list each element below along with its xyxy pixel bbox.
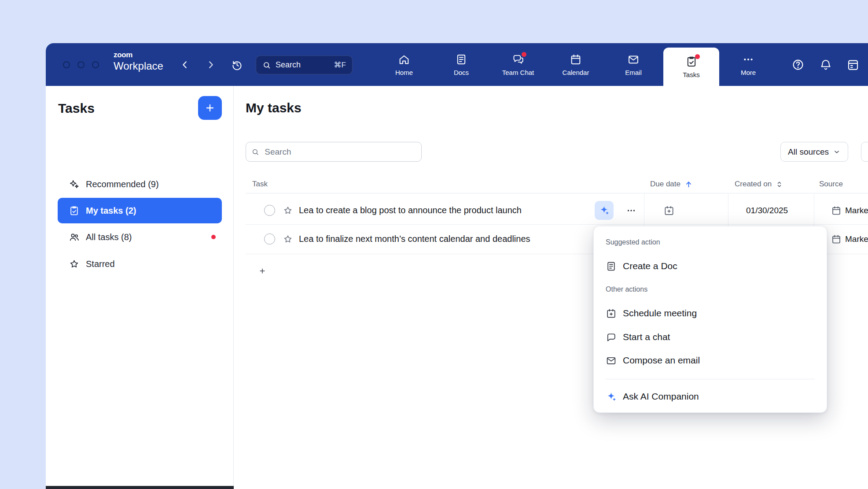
nav-home[interactable]: Home xyxy=(380,43,428,86)
sidebar-item-label: My tasks (2) xyxy=(86,206,136,216)
column-label: Due date xyxy=(650,180,680,189)
column-label: Task xyxy=(252,180,268,189)
menu-item-schedule-meeting[interactable]: Schedule meeting xyxy=(600,302,821,324)
help-button[interactable] xyxy=(790,57,806,73)
window-control-icon[interactable] xyxy=(92,61,99,68)
brand: zoom Workplace xyxy=(114,51,163,71)
column-header-task[interactable]: Task xyxy=(252,175,268,193)
notifications-bell-icon xyxy=(819,58,832,71)
header-divider xyxy=(246,193,868,193)
nav-email-label: Email xyxy=(625,69,642,76)
nav-email[interactable]: Email xyxy=(609,43,658,86)
home-icon xyxy=(398,53,410,66)
calendar-icon xyxy=(570,53,582,66)
brand-product-name: Workplace xyxy=(114,61,163,71)
sidebar-item-my-tasks[interactable]: My tasks (2) xyxy=(58,198,222,223)
nav-tasks-active-tab[interactable]: Tasks xyxy=(663,48,719,86)
tasks-sidebar: Tasks Recommended (9) My tasks (2) All t… xyxy=(46,86,234,489)
chevron-left-icon xyxy=(180,59,190,70)
menu-item-compose-an-email[interactable]: Compose an email xyxy=(600,349,821,371)
scheduler-button[interactable] xyxy=(845,57,861,73)
calendar-plus-icon xyxy=(663,205,675,216)
doc-icon xyxy=(606,261,617,272)
task-complete-radio[interactable] xyxy=(264,205,275,216)
clipboard-check-icon xyxy=(69,205,80,216)
column-header-source[interactable]: Source xyxy=(819,175,843,193)
zoom-logo: zoom xyxy=(114,51,163,59)
menu-divider xyxy=(606,379,815,379)
nav-tasks-label: Tasks xyxy=(683,71,699,78)
sort-toggle-icon xyxy=(775,180,783,189)
star-toggle[interactable] xyxy=(283,224,293,254)
menu-item-label: Create a Doc xyxy=(623,261,677,271)
star-toggle[interactable] xyxy=(283,196,293,224)
menu-item-start-a-chat[interactable]: Start a chat xyxy=(600,326,821,348)
task-complete-radio[interactable] xyxy=(264,233,275,244)
all-sources-dropdown[interactable]: All sources xyxy=(780,142,848,162)
notifications-button[interactable] xyxy=(818,57,834,73)
sidebar-item-recommended[interactable]: Recommended (9) xyxy=(58,171,222,197)
star-icon xyxy=(69,259,80,270)
window-controls xyxy=(63,61,99,68)
sidebar-item-label: Starred xyxy=(86,259,115,269)
back-button[interactable] xyxy=(177,57,193,73)
desktop: zoom Workplace Search ⌘F Home xyxy=(0,0,868,489)
forward-button[interactable] xyxy=(203,57,219,73)
ai-companion-button[interactable] xyxy=(595,201,614,220)
page-title: My tasks xyxy=(246,100,302,116)
email-icon xyxy=(627,53,640,66)
sparkles-icon xyxy=(69,179,80,190)
nav-calendar[interactable]: Calendar xyxy=(552,43,600,86)
docs-icon xyxy=(455,53,467,66)
global-search[interactable]: Search ⌘F xyxy=(256,56,353,74)
add-task-button[interactable] xyxy=(198,96,222,120)
task-row[interactable]: Lea to create a blog post to announce th… xyxy=(246,196,868,225)
history-button[interactable] xyxy=(229,57,245,73)
task-search-field[interactable] xyxy=(246,142,422,162)
menu-item-ask-ai-companion[interactable]: Ask AI Companion xyxy=(600,385,821,408)
chevron-down-icon xyxy=(833,148,841,156)
column-label: Source xyxy=(819,180,843,189)
plus-icon xyxy=(204,102,216,114)
menu-item-label: Schedule meeting xyxy=(623,308,697,319)
menu-item-create-a-doc[interactable]: Create a Doc xyxy=(600,255,821,277)
nav-docs-label: Docs xyxy=(454,69,469,76)
scheduler-icon xyxy=(846,58,860,71)
nav-more[interactable]: More xyxy=(724,43,772,86)
sidebar-item-label: All tasks (8) xyxy=(86,232,132,242)
history-clock-icon xyxy=(231,59,243,71)
nav-more-label: More xyxy=(741,69,756,76)
star-icon xyxy=(283,234,293,244)
task-title: Lea to finalize next month’s content cal… xyxy=(299,224,530,254)
window-bottom-edge xyxy=(46,486,234,489)
partial-control[interactable] xyxy=(861,142,868,162)
sidebar-item-label: Recommended (9) xyxy=(86,179,159,189)
more-actions-button[interactable] xyxy=(622,201,640,220)
column-label: Created on xyxy=(735,180,772,189)
ellipsis-icon xyxy=(626,205,636,216)
nav-team-chat-label: Team Chat xyxy=(502,69,534,76)
window-control-icon[interactable] xyxy=(63,61,70,68)
window-control-icon[interactable] xyxy=(77,61,85,68)
nav-team-chat[interactable]: Team Chat xyxy=(494,43,542,86)
column-header-due-date[interactable]: Due date xyxy=(650,175,693,193)
calendar-plus-icon xyxy=(606,308,617,319)
task-actions-menu: Suggested action Create a Doc Other acti… xyxy=(593,226,827,413)
more-icon xyxy=(742,53,754,66)
all-sources-label: All sources xyxy=(788,147,829,157)
set-due-date-button[interactable] xyxy=(663,196,675,224)
search-icon xyxy=(262,61,271,70)
search-icon xyxy=(251,148,259,156)
chevron-right-icon xyxy=(206,59,216,70)
sidebar-item-starred[interactable]: Starred xyxy=(58,251,222,277)
source-icon xyxy=(831,224,842,254)
nav-docs[interactable]: Docs xyxy=(437,43,485,86)
search-label: Search xyxy=(276,60,301,70)
zoom-workplace-window: zoom Workplace Search ⌘F Home xyxy=(46,43,868,489)
add-task-inline-button[interactable] xyxy=(256,264,269,278)
source-value: Marketing xyxy=(845,224,868,254)
column-header-created-on[interactable]: Created on xyxy=(735,175,783,193)
sidebar-item-all-tasks[interactable]: All tasks (8) xyxy=(58,224,222,250)
nav-home-label: Home xyxy=(395,69,413,76)
task-search-input[interactable] xyxy=(264,147,416,157)
